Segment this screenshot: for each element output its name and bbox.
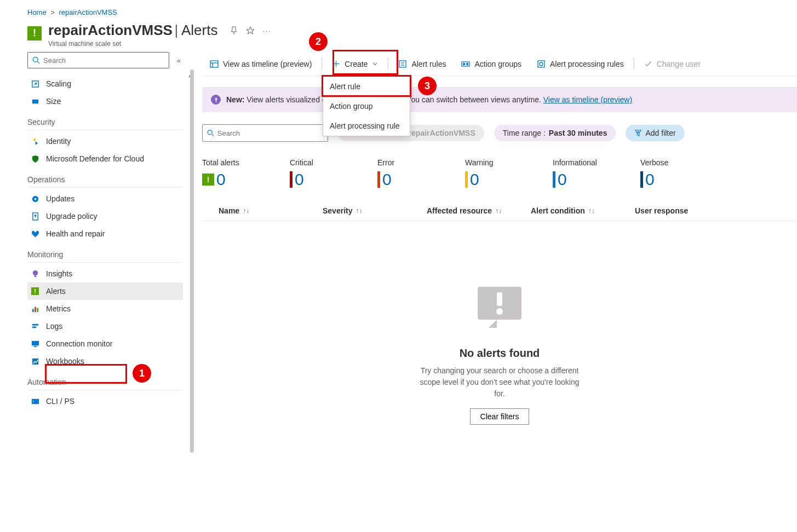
empty-state: No alerts found Try changing your search… [202, 281, 797, 425]
nav-group-security: Security [27, 110, 183, 130]
processing-rules-button[interactable]: Alert processing rules [529, 52, 632, 76]
breadcrumb-current[interactable]: repairActionVMSS [59, 8, 117, 16]
svg-point-27 [463, 63, 465, 65]
svg-point-28 [467, 63, 468, 65]
sidebar-item-insights[interactable]: Insights [27, 265, 183, 282]
metric-warning[interactable]: Warning 0 [465, 158, 514, 189]
view-timeline-label: View as timeline (preview) [223, 60, 312, 68]
col-name[interactable]: Name↑↓ [219, 206, 323, 215]
add-filter-button[interactable]: Add filter [626, 125, 684, 141]
sidebar-item-label: Alerts [46, 287, 66, 296]
sidebar-item-label: Workbooks [46, 357, 84, 366]
metric-error[interactable]: Error 0 [377, 158, 427, 189]
nav-group-automation: Automation [27, 370, 183, 390]
sidebar-item-defender[interactable]: Microsoft Defender for Cloud [27, 150, 183, 167]
identity-icon [31, 137, 39, 146]
alert-rules-button[interactable]: Alert rules [391, 52, 454, 76]
sidebar-item-label: Metrics [46, 304, 71, 313]
gear-icon [31, 194, 39, 203]
chart-icon [31, 304, 39, 313]
svg-rect-8 [34, 275, 36, 277]
banner-link[interactable]: View as timeline (preview) [543, 95, 632, 104]
empty-icon [467, 281, 532, 336]
dd-processing-rule[interactable]: Alert processing rule [323, 116, 410, 136]
annotation-badge-1: 1 [133, 364, 151, 383]
sidebar-item-cli[interactable]: CLI / PS [27, 392, 183, 410]
svg-rect-11 [37, 308, 38, 312]
sidebar-item-label: Microsoft Defender for Cloud [46, 154, 144, 163]
change-user-label: Change user [657, 60, 701, 68]
scrollbar[interactable] [190, 70, 194, 453]
sidebar-item-updates[interactable]: Updates [27, 190, 183, 207]
nav-group-operations: Operations [27, 167, 183, 188]
total-icon [202, 174, 214, 186]
metric-info[interactable]: Informational 0 [553, 158, 602, 189]
sidebar-item-label: Scaling [46, 79, 71, 88]
sidebar-item-identity[interactable]: Identity [27, 132, 183, 150]
svg-point-7 [32, 270, 37, 275]
page-title: repairActionVMSS [48, 22, 173, 38]
sidebar-item-label: Identity [46, 137, 71, 146]
metric-critical[interactable]: Critical 0 [290, 158, 339, 189]
breadcrumb-home[interactable]: Home [27, 8, 47, 16]
nav-group-monitoring: Monitoring [27, 242, 183, 263]
alert-search[interactable] [202, 124, 328, 142]
svg-line-1 [38, 62, 40, 64]
more-icon[interactable]: ··· [262, 26, 271, 35]
svg-point-30 [540, 62, 543, 66]
sidebar-item-alerts[interactable]: ! Alerts [27, 282, 183, 300]
action-groups-label: Action groups [474, 60, 521, 68]
processing-rules-label: Alert processing rules [550, 60, 624, 68]
svg-rect-23 [399, 61, 406, 67]
monitor-icon [31, 339, 39, 348]
sidebar-item-upgrade-policy[interactable]: Upgrade policy [27, 207, 183, 225]
svg-rect-14 [31, 340, 38, 345]
sidebar-item-connection-monitor[interactable]: Connection monitor [27, 335, 183, 352]
svg-rect-29 [538, 61, 544, 67]
metric-total[interactable]: Total alerts 0 [202, 158, 251, 189]
sidebar-search[interactable] [27, 52, 169, 68]
clear-filters-button[interactable]: Clear filters [470, 408, 530, 425]
sidebar-item-size[interactable]: Size [27, 92, 183, 110]
col-response[interactable]: User response [635, 206, 717, 215]
col-condition[interactable]: Alert condition↑↓ [531, 206, 635, 215]
collapse-sidebar-icon[interactable]: « [175, 54, 183, 67]
favorite-icon[interactable] [246, 26, 255, 35]
change-user-button[interactable]: Change user [637, 52, 708, 76]
col-severity[interactable]: Severity↑↓ [323, 206, 427, 215]
empty-title: No alerts found [202, 347, 797, 360]
svg-line-32 [212, 134, 214, 136]
alert-search-input[interactable] [217, 129, 323, 137]
rocket-icon [211, 95, 221, 105]
page-header: repairActionVMSS | Alerts Virtual machin… [27, 22, 797, 48]
svg-rect-10 [35, 307, 36, 311]
dd-action-group[interactable]: Action group [323, 96, 410, 116]
pin-icon[interactable] [230, 26, 238, 35]
shield-icon [31, 154, 39, 163]
col-affected[interactable]: Affected resource↑↓ [427, 206, 531, 215]
annotation-badge-2: 2 [309, 32, 328, 51]
dd-alert-rule[interactable]: Alert rule [323, 77, 410, 96]
main-content: View as timeline (preview) Create Alert … [192, 52, 797, 425]
sidebar-search-input[interactable] [43, 56, 164, 65]
metric-verbose[interactable]: Verbose 0 [640, 158, 690, 189]
sidebar-item-metrics[interactable]: Metrics [27, 300, 183, 317]
bulb-icon [31, 269, 39, 278]
annotation-box-2 [332, 50, 398, 75]
svg-rect-18 [210, 61, 218, 67]
empty-desc: Try changing your search or choose a dif… [417, 365, 582, 400]
svg-rect-17 [31, 398, 38, 403]
sidebar-item-health[interactable]: Health and repair [27, 225, 183, 242]
action-groups-button[interactable]: Action groups [454, 52, 529, 76]
svg-rect-13 [32, 326, 36, 328]
svg-rect-9 [32, 309, 33, 312]
sidebar-item-label: Upgrade policy [46, 212, 97, 221]
view-timeline-button[interactable]: View as timeline (preview) [202, 52, 319, 76]
scaling-icon [31, 79, 39, 88]
time-filter-pill[interactable]: Time range : Past 30 minutes [494, 125, 616, 141]
sidebar-item-scaling[interactable]: Scaling [27, 75, 183, 92]
table-header: Name↑↓ Severity↑↓ Affected resource↑↓ Al… [202, 201, 797, 221]
sidebar-item-logs[interactable]: Logs [27, 317, 183, 335]
sidebar-item-workbooks[interactable]: Workbooks [27, 352, 183, 370]
sidebar-item-label: Connection monitor [46, 339, 112, 348]
